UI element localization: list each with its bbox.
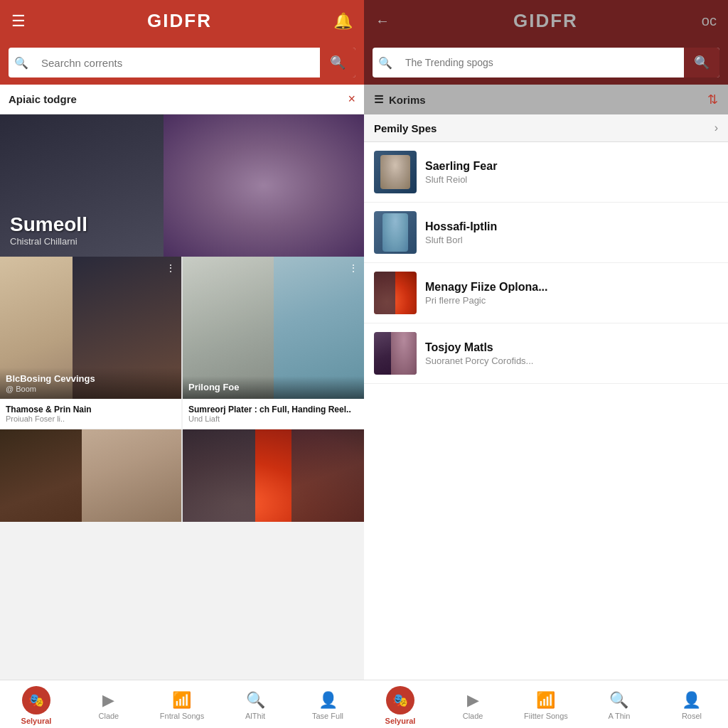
song-item-1[interactable]: Saerling Fear Sluft Reiol bbox=[364, 142, 728, 203]
search-input-right[interactable] bbox=[398, 50, 684, 75]
song-title-4: Tosjoy Matls bbox=[425, 341, 718, 354]
section-header: Pemily Spes › bbox=[364, 114, 728, 142]
grid-item-title-1: BlcBosing Cevvings bbox=[6, 373, 176, 385]
grid-item-1[interactable]: ⋮ BlcBosing Cevvings @ Boom bbox=[0, 257, 181, 399]
search-input-left[interactable] bbox=[34, 50, 320, 76]
nav-clade-icon-left: ▶ bbox=[102, 691, 114, 710]
hero-text: Sumeoll Chistral Chillarni bbox=[10, 213, 87, 247]
app-title-left: GIDFR bbox=[147, 10, 212, 32]
filter-label: ☰ Korims bbox=[374, 93, 426, 106]
song-info-1: Saerling Fear Sluft Reiol bbox=[425, 159, 718, 185]
search-button-right[interactable]: 🔍 bbox=[684, 48, 719, 77]
song-thumb-3 bbox=[374, 272, 417, 314]
filter-list-icon: ☰ bbox=[374, 93, 383, 106]
nav-rosel-right[interactable]: 👤 Rosel bbox=[670, 691, 713, 720]
nav-tasefull-label-left: Tase Full bbox=[312, 712, 343, 720]
right-bottom-nav: 🎭 Selyural ▶ Clade 📶 Fiitter Songs 🔍 A T… bbox=[364, 680, 728, 728]
left-bottom-nav: 🎭 Selyural ▶ Clade 📶 Fntral Songs 🔍 AlTh… bbox=[0, 680, 364, 728]
search-icon-left: 🔍 bbox=[9, 56, 34, 70]
nav-songs-label-left: Fntral Songs bbox=[160, 712, 204, 720]
filter-sort-icon[interactable]: ⇅ bbox=[707, 92, 718, 107]
filter-label-text: Korims bbox=[389, 94, 426, 106]
nav-songs-left[interactable]: 📶 Fntral Songs bbox=[160, 691, 204, 720]
song-item-2[interactable]: Hossafi-Iptlin Sluft Borl bbox=[364, 203, 728, 263]
nav-selyural-label-left: Selyural bbox=[21, 717, 52, 725]
left-content: Apiaic todgre × Sumeoll Chistral Chillar… bbox=[0, 85, 364, 680]
grid-section: ⋮ BlcBosing Cevvings @ Boom ⋮ Prilong Fo… bbox=[0, 257, 364, 399]
back-icon[interactable]: ← bbox=[375, 13, 390, 29]
nav-selyural-left[interactable]: 🎭 Selyural bbox=[15, 686, 58, 725]
nav-selyural-label-right: Selyural bbox=[385, 717, 416, 725]
left-header: ☰ GIDFR 🔔 bbox=[0, 0, 364, 42]
meta-title-2: Sumreorj Plater : ch Full, Handing Reel.… bbox=[188, 405, 358, 414]
search-button-left[interactable]: 🔍 bbox=[320, 48, 355, 77]
nav-althit-left[interactable]: 🔍 AlThit bbox=[234, 691, 277, 720]
song-title-3: Menagy Fiize Oplona... bbox=[425, 280, 718, 294]
song-item-3[interactable]: Menagy Fiize Oplona... Pri flerre Pagic bbox=[364, 263, 728, 323]
more-icon-2[interactable]: ⋮ bbox=[348, 262, 358, 274]
popup-title: Apiaic todgre bbox=[9, 93, 77, 105]
song-subtitle-3: Pri flerre Pagic bbox=[425, 295, 718, 306]
hero-bg-right bbox=[164, 114, 364, 257]
hamburger-icon[interactable]: ☰ bbox=[11, 12, 26, 31]
bell-icon[interactable]: 🔔 bbox=[333, 12, 353, 31]
close-icon[interactable]: × bbox=[348, 92, 355, 107]
song-info-2: Hossafi-Iptlin Sluft Borl bbox=[425, 220, 718, 245]
grid-item-meta-1: @ Boom bbox=[6, 385, 176, 393]
meta-item-1: Thamose & Prin Nain Proiuah Foser li.. bbox=[0, 399, 181, 429]
nav-tasefull-icon-left: 👤 bbox=[318, 691, 338, 710]
meta-sub-2: Und Liaft bbox=[188, 414, 358, 423]
more-icon-1[interactable]: ⋮ bbox=[166, 262, 176, 274]
nav-althit-icon-left: 🔍 bbox=[246, 691, 265, 710]
right-header: ← GIDFR oc bbox=[364, 0, 728, 42]
search-icon-right: 🔍 bbox=[373, 56, 398, 70]
nav-songs-label-right: Fiitter Songs bbox=[524, 712, 568, 720]
nav-rosel-icon-right: 👤 bbox=[682, 691, 701, 710]
left-search-bar: 🔍 🔍 bbox=[9, 48, 355, 77]
grid-overlay-1: BlcBosing Cevvings @ Boom bbox=[0, 368, 181, 399]
song-thumb-2 bbox=[374, 211, 417, 254]
nav-clade-label-left: Clade bbox=[99, 712, 119, 720]
hero-section[interactable]: Sumeoll Chistral Chillarni bbox=[0, 114, 364, 257]
nav-selyural-icon-right: 🎭 bbox=[386, 686, 414, 714]
nav-althit-label-left: AlThit bbox=[245, 712, 265, 720]
section-title: Pemily Spes bbox=[374, 122, 437, 134]
nav-songs-right[interactable]: 📶 Fiitter Songs bbox=[524, 691, 568, 720]
hero-title: Sumeoll bbox=[10, 213, 87, 236]
bottom-item-2[interactable] bbox=[183, 429, 364, 522]
right-search-bar: 🔍 🔍 bbox=[373, 48, 719, 77]
nav-athin-icon-right: 🔍 bbox=[609, 691, 628, 710]
nav-athin-label-right: A Thin bbox=[608, 712, 630, 720]
song-subtitle-2: Sluft Borl bbox=[425, 235, 718, 245]
nav-songs-icon-right: 📶 bbox=[536, 691, 555, 710]
meta-sub-1: Proiuah Foser li.. bbox=[6, 414, 176, 423]
song-title-2: Hossafi-Iptlin bbox=[425, 220, 718, 233]
song-info-4: Tosjoy Matls Suoranet Porcy Corofids... bbox=[425, 341, 718, 366]
grid-item-title-2: Prilong Foe bbox=[188, 382, 358, 393]
grid-item-2[interactable]: ⋮ Prilong Foe bbox=[183, 257, 364, 399]
popup-card: Apiaic todgre × bbox=[0, 85, 364, 114]
nav-clade-label-right: Clade bbox=[463, 712, 483, 720]
grid-overlay-2: Prilong Foe bbox=[183, 376, 364, 399]
search-header-icon[interactable]: oc bbox=[702, 13, 717, 29]
nav-tasefull-left[interactable]: 👤 Tase Full bbox=[306, 691, 349, 720]
nav-clade-right[interactable]: ▶ Clade bbox=[451, 691, 494, 720]
song-info-3: Menagy Fiize Oplona... Pri flerre Pagic bbox=[425, 280, 718, 306]
chevron-right-icon[interactable]: › bbox=[714, 122, 718, 134]
nav-athin-right[interactable]: 🔍 A Thin bbox=[598, 691, 641, 720]
app-title-right: GIDFR bbox=[513, 10, 578, 32]
nav-selyural-right[interactable]: 🎭 Selyural bbox=[379, 686, 422, 725]
bottom-row bbox=[0, 429, 364, 522]
right-content: ☰ Korims ⇅ Pemily Spes › Saerling Fear bbox=[364, 85, 728, 680]
song-item-4[interactable]: Tosjoy Matls Suoranet Porcy Corofids... bbox=[364, 323, 728, 384]
meta-title-1: Thamose & Prin Nain bbox=[6, 405, 176, 414]
left-panel: ☰ GIDFR 🔔 🔍 🔍 Apiaic todgre × Sumeoll Ch… bbox=[0, 0, 364, 728]
meta-row: Thamose & Prin Nain Proiuah Foser li.. S… bbox=[0, 399, 364, 429]
nav-rosel-label-right: Rosel bbox=[682, 712, 702, 720]
nav-clade-left[interactable]: ▶ Clade bbox=[87, 691, 130, 720]
song-title-1: Saerling Fear bbox=[425, 159, 718, 173]
nav-songs-icon-left: 📶 bbox=[172, 691, 191, 710]
bottom-item-1[interactable] bbox=[0, 429, 181, 522]
song-thumb-4 bbox=[374, 332, 417, 375]
meta-item-2: Sumreorj Plater : ch Full, Handing Reel.… bbox=[183, 399, 364, 429]
